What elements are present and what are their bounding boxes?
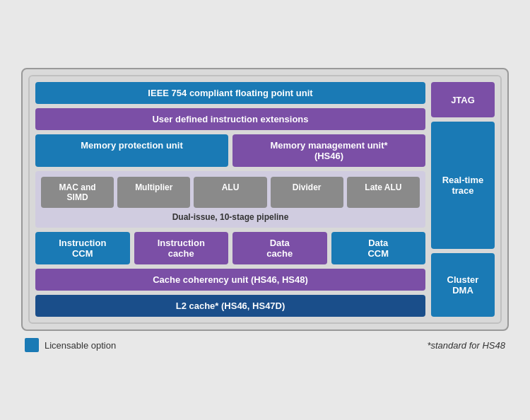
mac-block: MAC and SIMD <box>41 177 114 208</box>
main-box: IEEE 754 compliant floating point unit U… <box>28 75 502 324</box>
legend-color-box <box>25 338 39 352</box>
legend-left: Licensable option <box>25 338 116 352</box>
pipeline-inner: MAC and SIMD Multiplier ALU Divider Late… <box>41 177 420 208</box>
left-section: IEEE 754 compliant floating point unit U… <box>35 82 425 317</box>
alu-block: ALU <box>194 177 266 208</box>
legend-row: Licensable option *standard for HS48 <box>21 338 509 352</box>
diagram-container: IEEE 754 compliant floating point unit U… <box>14 61 516 359</box>
instr-ccm-block: Instruction CCM <box>35 232 130 264</box>
mpu-block: Memory protection unit <box>35 134 228 167</box>
cache-coherency-block: Cache coherency unit (HS46, HS48) <box>35 269 425 291</box>
cache-row: Instruction CCM Instruction cache Data c… <box>35 232 425 264</box>
divider-block: Divider <box>271 177 343 208</box>
legend-label: Licensable option <box>45 340 116 351</box>
instr-cache-block: Instruction cache <box>134 232 229 264</box>
data-ccm-block: Data CCM <box>331 232 426 264</box>
jtag-block: JTAG <box>431 82 495 117</box>
right-section-inner: JTAG Real-time trace Cluster DMA <box>431 82 495 317</box>
multiplier-block: Multiplier <box>117 177 190 208</box>
legend-note: *standard for HS48 <box>427 340 505 351</box>
user-defined-block: User defined instruction extensions <box>35 108 425 130</box>
pipeline-label: Dual-issue, 10-stage pipeline <box>41 212 420 222</box>
l2-cache-block: L2 cache* (HS46, HS47D) <box>35 295 425 317</box>
data-cache-block: Data cache <box>232 232 327 264</box>
ieee-block: IEEE 754 compliant floating point unit <box>35 82 425 104</box>
cluster-dma-block: Cluster DMA <box>431 253 495 317</box>
mpu-mmu-row: Memory protection unit Memory management… <box>35 134 425 167</box>
late-alu-block: Late ALU <box>347 177 420 208</box>
outer-border: IEEE 754 compliant floating point unit U… <box>21 68 509 331</box>
right-section: JTAG Real-time trace Cluster DMA <box>431 82 495 317</box>
rtt-block: Real-time trace <box>431 122 495 249</box>
pipeline-box: MAC and SIMD Multiplier ALU Divider Late… <box>35 171 425 228</box>
mmu-block: Memory management unit* (HS46) <box>232 134 425 167</box>
